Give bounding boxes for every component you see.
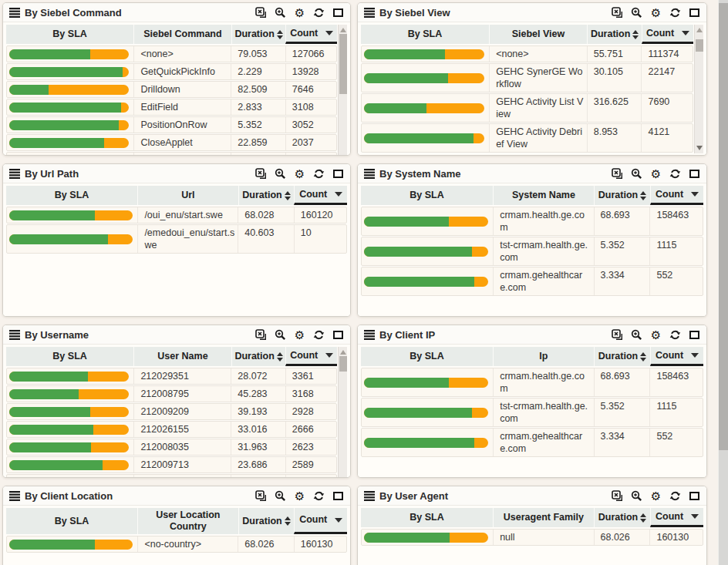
column-header-duration[interactable]: Duration bbox=[594, 347, 650, 366]
table-scrollbar[interactable] bbox=[694, 25, 703, 153]
column-header-name[interactable]: Ip bbox=[493, 347, 594, 366]
column-header-name[interactable]: Siebel Command bbox=[133, 25, 231, 44]
table-row[interactable]: 212029351 28.072 3361 bbox=[6, 368, 337, 385]
column-header-count[interactable]: Count bbox=[650, 508, 703, 527]
column-header-name[interactable]: User Location Country bbox=[137, 508, 238, 534]
export-icon[interactable] bbox=[255, 168, 267, 180]
zoom-in-icon[interactable] bbox=[631, 7, 642, 18]
maximize-icon[interactable] bbox=[689, 7, 700, 18]
export-icon[interactable] bbox=[255, 329, 267, 341]
scroll-up-icon[interactable] bbox=[696, 28, 703, 32]
table-row[interactable]: <none> 55.751 111374 bbox=[361, 45, 693, 62]
table-row[interactable]: <none> 79.053 127066 bbox=[6, 45, 337, 62]
refresh-icon[interactable] bbox=[669, 7, 681, 18]
maximize-icon[interactable] bbox=[689, 329, 700, 341]
table-row[interactable]: 212009209 39.193 2928 bbox=[6, 403, 337, 420]
column-header-duration[interactable]: Duration bbox=[238, 508, 295, 534]
refresh-icon[interactable] bbox=[313, 329, 325, 341]
column-header-by-sla[interactable]: By SLA bbox=[361, 347, 493, 366]
export-icon[interactable] bbox=[612, 329, 623, 341]
table-row[interactable]: 212025710 25.267 2216 bbox=[6, 474, 337, 478]
page-scrollbar[interactable] bbox=[718, 0, 728, 565]
table-scrollbar-thumb[interactable] bbox=[696, 39, 703, 52]
export-icon[interactable] bbox=[612, 490, 623, 502]
table-row[interactable]: CloseApplet 22.859 2037 bbox=[6, 134, 337, 151]
table-scrollbar-thumb[interactable] bbox=[339, 34, 347, 94]
maximize-icon[interactable] bbox=[332, 7, 344, 18]
table-row[interactable]: crmam.health.ge.com 68.693 158463 bbox=[361, 207, 703, 236]
export-icon[interactable] bbox=[255, 7, 267, 18]
column-header-by-sla[interactable]: By SLA bbox=[6, 25, 133, 44]
column-header-by-sla[interactable]: By SLA bbox=[361, 508, 493, 527]
table-row[interactable]: 212009713 23.686 2589 bbox=[6, 456, 337, 473]
page-scrollbar-thumb[interactable] bbox=[719, 3, 728, 450]
column-header-count[interactable]: Count bbox=[285, 25, 336, 44]
refresh-icon[interactable] bbox=[669, 490, 681, 502]
table-row[interactable]: tst-crmam.health.ge.com 5.352 1115 bbox=[361, 398, 703, 427]
column-header-duration[interactable]: Duration bbox=[587, 25, 642, 44]
refresh-icon[interactable] bbox=[313, 7, 325, 18]
column-header-count[interactable]: Count bbox=[650, 186, 703, 205]
column-header-by-sla[interactable]: By SLA bbox=[361, 186, 493, 205]
zoom-in-icon[interactable] bbox=[631, 329, 642, 341]
gear-icon[interactable]: ⚙ bbox=[294, 490, 305, 502]
column-header-count[interactable]: Count bbox=[294, 186, 347, 205]
column-header-duration[interactable]: Duration bbox=[231, 25, 286, 44]
table-row[interactable]: GEHC Activity List View 316.625 7690 bbox=[361, 93, 693, 123]
scroll-up-icon[interactable] bbox=[340, 350, 346, 355]
refresh-icon[interactable] bbox=[313, 490, 325, 502]
column-header-count[interactable]: Count bbox=[642, 25, 693, 44]
table-row[interactable]: 212026155 33.016 2666 bbox=[6, 421, 337, 438]
zoom-in-icon[interactable] bbox=[631, 490, 642, 502]
table-scrollbar[interactable] bbox=[338, 25, 347, 156]
export-icon[interactable] bbox=[612, 7, 623, 18]
table-row[interactable]: GEHC SynerGE Workflow 30.105 22147 bbox=[361, 63, 693, 92]
column-header-by-sla[interactable]: By SLA bbox=[361, 25, 489, 44]
column-header-duration[interactable]: Duration bbox=[594, 186, 650, 205]
table-row[interactable]: GetQuickPickInfo 2.229 13928 bbox=[6, 63, 337, 80]
column-header-by-sla[interactable]: By SLA bbox=[6, 186, 137, 205]
scroll-down-icon[interactable] bbox=[696, 146, 703, 150]
column-header-duration[interactable]: Duration bbox=[238, 186, 295, 205]
table-row[interactable]: 212008795 45.283 3168 bbox=[6, 385, 337, 402]
table-scrollbar[interactable] bbox=[338, 347, 347, 478]
gear-icon[interactable]: ⚙ bbox=[294, 329, 305, 341]
table-row[interactable]: crmam.gehealthcare.com 3.334 552 bbox=[361, 267, 703, 296]
table-row[interactable]: GEHC Activity Debrief View 8.953 4121 bbox=[361, 123, 693, 153]
refresh-icon[interactable] bbox=[669, 168, 681, 180]
table-row[interactable]: PositionOnRow 5.352 3052 bbox=[6, 116, 337, 133]
refresh-icon[interactable] bbox=[669, 329, 681, 341]
column-header-count[interactable]: Count bbox=[294, 508, 347, 534]
table-row[interactable]: tst-crmam.health.ge.com 5.352 1115 bbox=[361, 237, 703, 266]
table-row[interactable]: Drilldown 82.509 7646 bbox=[6, 81, 337, 98]
maximize-icon[interactable] bbox=[689, 168, 700, 180]
gear-icon[interactable]: ⚙ bbox=[294, 7, 305, 18]
table-row[interactable]: EditField 2.833 3108 bbox=[6, 99, 337, 116]
column-header-by-sla[interactable]: By SLA bbox=[6, 508, 137, 534]
gear-icon[interactable]: ⚙ bbox=[650, 329, 662, 341]
column-header-count[interactable]: Count bbox=[285, 347, 336, 366]
maximize-icon[interactable] bbox=[332, 168, 344, 180]
table-row[interactable]: NewQuery 1.961 1981 bbox=[6, 152, 337, 156]
table-row[interactable]: /oui_enu/start.swe 68.028 160120 bbox=[6, 207, 347, 224]
column-header-name[interactable]: Url bbox=[137, 186, 238, 205]
export-icon[interactable] bbox=[612, 168, 623, 180]
table-row[interactable]: <no-country> 68.026 160130 bbox=[6, 536, 347, 553]
maximize-icon[interactable] bbox=[332, 490, 344, 502]
scroll-up-icon[interactable] bbox=[340, 28, 346, 32]
table-row[interactable]: crmam.health.ge.com 68.693 158463 bbox=[361, 368, 703, 397]
gear-icon[interactable]: ⚙ bbox=[294, 168, 305, 180]
table-row[interactable]: null 68.026 160130 bbox=[361, 529, 703, 546]
zoom-in-icon[interactable] bbox=[275, 7, 286, 18]
gear-icon[interactable]: ⚙ bbox=[650, 168, 662, 180]
column-header-name[interactable]: Siebel View bbox=[489, 25, 587, 44]
column-header-name[interactable]: Useragent Family bbox=[493, 508, 594, 527]
column-header-duration[interactable]: Duration bbox=[231, 347, 286, 366]
zoom-in-icon[interactable] bbox=[275, 168, 286, 180]
column-header-duration[interactable]: Duration bbox=[594, 508, 650, 527]
column-header-name[interactable]: System Name bbox=[493, 186, 594, 205]
zoom-in-icon[interactable] bbox=[631, 168, 642, 180]
table-row[interactable]: crmam.gehealthcare.com 3.334 552 bbox=[361, 428, 703, 457]
table-scrollbar-thumb[interactable] bbox=[339, 356, 347, 372]
column-header-name[interactable]: User Name bbox=[133, 347, 231, 366]
